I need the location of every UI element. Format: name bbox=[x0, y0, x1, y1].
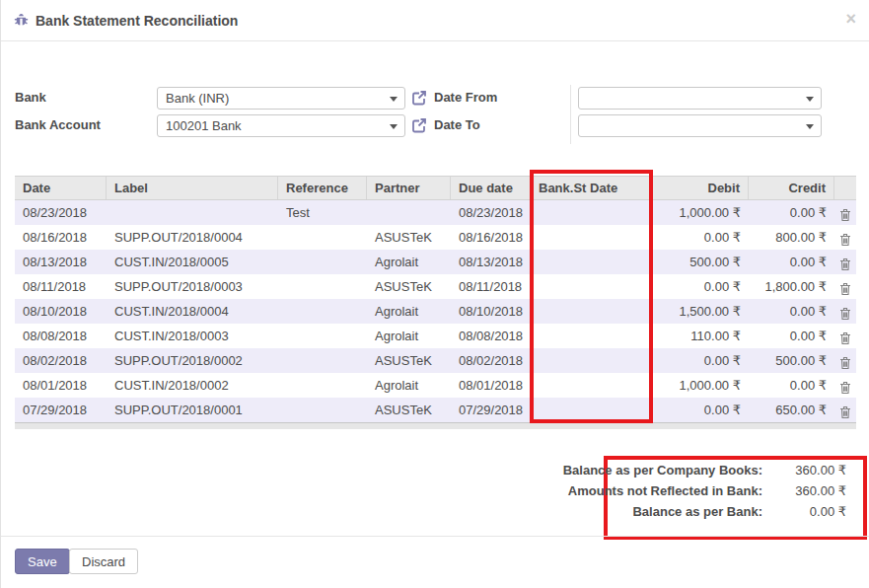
chevron-down-icon bbox=[390, 97, 398, 102]
cell-credit: 1,800.00 ₹ bbox=[749, 274, 834, 299]
bug-icon bbox=[14, 13, 29, 28]
delete-row-icon[interactable] bbox=[839, 378, 851, 392]
table-row[interactable]: 08/01/2018 CUST.IN/2018/0002 Agrolait 08… bbox=[15, 373, 856, 398]
cell-bank-st-date bbox=[531, 250, 653, 274]
cell-label: CUST.IN/2018/0003 bbox=[107, 324, 278, 348]
cell-actions bbox=[834, 225, 856, 250]
column-header-due-date[interactable]: Due date bbox=[451, 177, 531, 199]
cell-partner: Agrolait bbox=[367, 299, 451, 324]
cell-reference bbox=[278, 250, 367, 274]
table-row[interactable]: 08/11/2018 SUPP.OUT/2018/0003 ASUSTeK 08… bbox=[15, 274, 856, 299]
column-header-label[interactable]: Label bbox=[107, 177, 278, 199]
cell-label: SUPP.OUT/2018/0001 bbox=[107, 398, 278, 422]
cell-credit: 500.00 ₹ bbox=[749, 348, 834, 373]
table-row[interactable]: 08/16/2018 SUPP.OUT/2018/0004 ASUSTeK 08… bbox=[15, 225, 856, 250]
column-header-bank-st-date[interactable]: Bank.St Date bbox=[531, 177, 653, 199]
cell-credit: 650.00 ₹ bbox=[749, 398, 834, 422]
cell-partner: ASUSTeK bbox=[367, 398, 451, 422]
column-header-date[interactable]: Date bbox=[15, 177, 107, 199]
cell-credit: 0.00 ₹ bbox=[749, 373, 834, 398]
cell-label: SUPP.OUT/2018/0003 bbox=[107, 274, 278, 299]
cell-bank-st-date bbox=[531, 200, 653, 225]
cell-debit: 110.00 ₹ bbox=[653, 324, 749, 348]
cell-label: CUST.IN/2018/0005 bbox=[107, 250, 278, 274]
bank-select[interactable]: Bank (INR) bbox=[157, 87, 405, 110]
cell-bank-st-date bbox=[531, 299, 653, 324]
discard-button[interactable]: Discard bbox=[69, 549, 138, 574]
cell-partner: ASUSTeK bbox=[367, 274, 451, 299]
cell-due-date: 08/10/2018 bbox=[451, 299, 531, 324]
delete-row-icon[interactable] bbox=[839, 304, 851, 318]
cell-label: CUST.IN/2018/0002 bbox=[107, 373, 278, 398]
cell-bank-st-date bbox=[531, 398, 653, 422]
cell-date: 08/02/2018 bbox=[15, 348, 107, 373]
table-row[interactable]: 08/13/2018 CUST.IN/2018/0005 Agrolait 08… bbox=[15, 250, 856, 274]
cell-bank-st-date bbox=[531, 324, 653, 348]
table-row[interactable]: 08/10/2018 CUST.IN/2018/0004 Agrolait 08… bbox=[15, 299, 856, 324]
date-from-select[interactable] bbox=[578, 87, 822, 110]
date-to-label: Date To bbox=[434, 117, 480, 132]
cell-bank-st-date bbox=[531, 274, 653, 299]
cell-date: 07/29/2018 bbox=[15, 398, 107, 422]
table-row[interactable]: 08/23/2018 Test 08/23/2018 1,000.00 ₹ 0.… bbox=[15, 200, 856, 225]
summary-label: Amounts not Reflected in Bank: bbox=[568, 480, 762, 501]
cell-label: CUST.IN/2018/0004 bbox=[107, 299, 278, 324]
cell-debit: 0.00 ₹ bbox=[653, 274, 749, 299]
cell-due-date: 08/01/2018 bbox=[451, 373, 531, 398]
bank-account-select[interactable]: 100201 Bank bbox=[157, 114, 405, 137]
table-row[interactable]: 08/02/2018 SUPP.OUT/2018/0002 ASUSTeK 08… bbox=[15, 348, 856, 373]
column-header-actions bbox=[834, 177, 856, 199]
cell-due-date: 08/02/2018 bbox=[451, 348, 531, 373]
bank-external-link-icon[interactable] bbox=[411, 90, 427, 106]
reconciliation-table: Date Label Reference Partner Due date Ba… bbox=[15, 176, 856, 429]
table-header-row: Date Label Reference Partner Due date Ba… bbox=[15, 176, 856, 200]
cell-label bbox=[107, 200, 278, 225]
cell-due-date: 08/13/2018 bbox=[451, 250, 531, 274]
cell-debit: 0.00 ₹ bbox=[653, 225, 749, 250]
delete-row-icon[interactable] bbox=[839, 279, 851, 293]
column-header-reference[interactable]: Reference bbox=[278, 177, 367, 199]
cell-reference bbox=[278, 324, 367, 348]
cell-partner: Agrolait bbox=[367, 373, 451, 398]
cell-actions bbox=[834, 250, 856, 274]
cell-date: 08/13/2018 bbox=[15, 250, 107, 274]
column-header-partner[interactable]: Partner bbox=[367, 177, 451, 199]
table-row[interactable]: 07/29/2018 SUPP.OUT/2018/0001 ASUSTeK 07… bbox=[15, 398, 856, 422]
delete-row-icon[interactable] bbox=[839, 255, 851, 268]
cell-date: 08/16/2018 bbox=[15, 225, 107, 250]
delete-row-icon[interactable] bbox=[839, 353, 851, 367]
date-to-select[interactable] bbox=[578, 114, 822, 137]
chevron-down-icon bbox=[390, 124, 398, 129]
cell-credit: 0.00 ₹ bbox=[749, 200, 834, 225]
cell-debit: 1,000.00 ₹ bbox=[653, 373, 749, 398]
cell-actions bbox=[834, 200, 856, 225]
cell-debit: 0.00 ₹ bbox=[653, 348, 749, 373]
cell-debit: 1,000.00 ₹ bbox=[653, 200, 749, 225]
cell-date: 08/23/2018 bbox=[15, 200, 107, 225]
cell-credit: 800.00 ₹ bbox=[749, 225, 834, 250]
cell-due-date: 08/11/2018 bbox=[451, 274, 531, 299]
cell-actions bbox=[834, 324, 856, 348]
bank-account-external-link-icon[interactable] bbox=[411, 117, 427, 133]
summary-value: 360.00 ₹ bbox=[762, 480, 846, 501]
delete-row-icon[interactable] bbox=[839, 403, 851, 416]
summary-value: 0.00 ₹ bbox=[762, 501, 846, 522]
cell-date: 08/08/2018 bbox=[15, 324, 107, 348]
table-body: 08/23/2018 Test 08/23/2018 1,000.00 ₹ 0.… bbox=[15, 200, 856, 422]
dialog-title: Bank Statement Reconciliation bbox=[36, 13, 238, 29]
cell-partner: Agrolait bbox=[367, 250, 451, 274]
close-icon[interactable]: × bbox=[845, 10, 856, 28]
column-header-credit[interactable]: Credit bbox=[749, 177, 834, 199]
chevron-down-icon bbox=[806, 97, 814, 102]
table-row[interactable]: 08/08/2018 CUST.IN/2018/0003 Agrolait 08… bbox=[15, 324, 856, 348]
delete-row-icon[interactable] bbox=[839, 230, 851, 244]
save-button[interactable]: Save bbox=[15, 549, 70, 574]
column-header-debit[interactable]: Debit bbox=[653, 177, 749, 199]
cell-debit: 500.00 ₹ bbox=[653, 250, 749, 274]
cell-debit: 0.00 ₹ bbox=[653, 398, 749, 422]
bank-label: Bank bbox=[15, 90, 46, 105]
delete-row-icon[interactable] bbox=[839, 205, 851, 219]
cell-due-date: 07/29/2018 bbox=[451, 398, 531, 422]
cell-reference: Test bbox=[278, 200, 367, 225]
delete-row-icon[interactable] bbox=[839, 329, 851, 342]
